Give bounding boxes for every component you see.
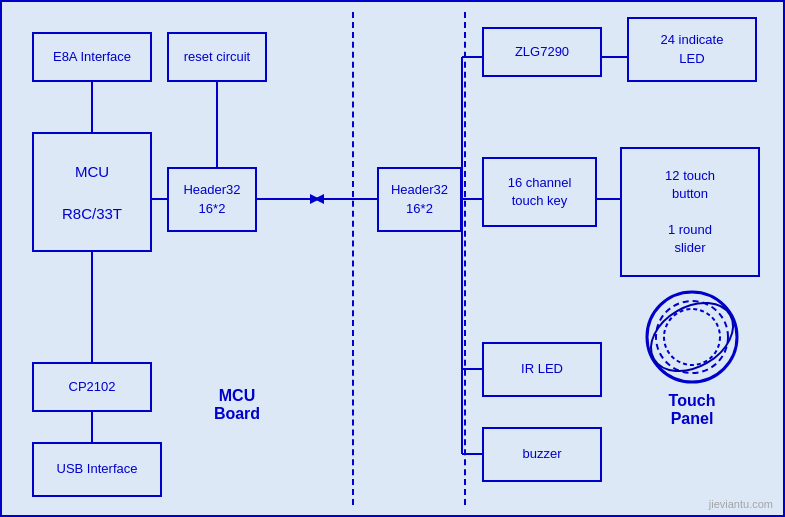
led-24-block: 24 indicateLED bbox=[627, 17, 757, 82]
e8a-interface-block: E8A Interface bbox=[32, 32, 152, 82]
buzzer-block: buzzer bbox=[482, 427, 602, 482]
svg-marker-16 bbox=[314, 194, 324, 204]
header32-left-block: Header3216*2 bbox=[167, 167, 257, 232]
svg-point-19 bbox=[656, 301, 728, 373]
touch-panel-label: TouchPanel bbox=[637, 392, 747, 428]
svg-marker-15 bbox=[310, 194, 320, 204]
zlg7290-block: ZLG7290 bbox=[482, 27, 602, 77]
reset-circuit-block: reset circuit bbox=[167, 32, 267, 82]
header32-left-label: Header3216*2 bbox=[183, 181, 240, 217]
watermark: jieviantu.com bbox=[709, 498, 773, 510]
zlg7290-label: ZLG7290 bbox=[515, 43, 569, 61]
ir-led-label: IR LED bbox=[521, 360, 563, 378]
mcu-board-label: MCUBoard bbox=[187, 387, 287, 423]
round-slider-icon bbox=[637, 282, 747, 392]
buzzer-label: buzzer bbox=[522, 445, 561, 463]
touch-button-label: 12 touchbutton1 roundslider bbox=[665, 167, 715, 258]
touch-key-label: 16 channeltouch key bbox=[508, 174, 572, 210]
right-divider bbox=[464, 12, 466, 505]
mcu-label: MCUR8C/33T bbox=[62, 161, 122, 224]
header32-right-block: Header3216*2 bbox=[377, 167, 462, 232]
svg-point-20 bbox=[664, 309, 720, 365]
reset-circuit-label: reset circuit bbox=[184, 48, 250, 66]
mcu-block: MCUR8C/33T bbox=[32, 132, 152, 252]
svg-point-21 bbox=[639, 289, 745, 385]
usb-interface-block: USB Interface bbox=[32, 442, 162, 497]
cp2102-label: CP2102 bbox=[69, 378, 116, 396]
e8a-interface-label: E8A Interface bbox=[53, 48, 131, 66]
header32-right-label: Header3216*2 bbox=[391, 181, 448, 217]
ir-led-block: IR LED bbox=[482, 342, 602, 397]
touch-button-block: 12 touchbutton1 roundslider bbox=[620, 147, 760, 277]
diagram: E8A Interface reset circuit MCUR8C/33T H… bbox=[0, 0, 785, 517]
usb-interface-label: USB Interface bbox=[57, 460, 138, 478]
cp2102-block: CP2102 bbox=[32, 362, 152, 412]
left-divider bbox=[352, 12, 354, 505]
led-24-label: 24 indicateLED bbox=[661, 31, 724, 67]
touch-key-block: 16 channeltouch key bbox=[482, 157, 597, 227]
